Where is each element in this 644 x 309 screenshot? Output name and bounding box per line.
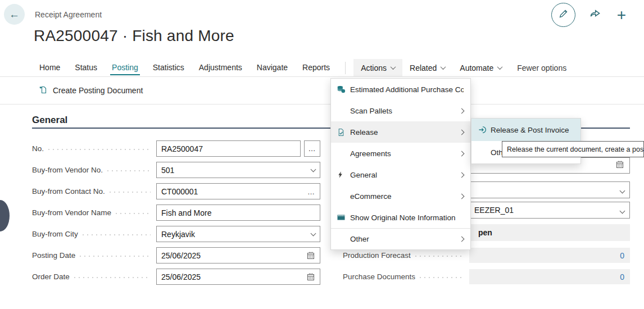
plus-icon: + — [617, 6, 626, 24]
tab-home[interactable]: Home — [38, 60, 62, 75]
chevron-down-icon — [391, 64, 396, 70]
no-input[interactable] — [156, 140, 301, 157]
posting-date-label: Posting Date — [32, 251, 75, 260]
status-value: pen — [478, 228, 492, 237]
menu-item-estimated-additional-purchase-cost[interactable]: Estimated Additional Purchase Cost — [331, 79, 470, 100]
dotted-leader — [107, 170, 151, 171]
combobox-chevron[interactable] — [311, 169, 315, 171]
order-date-input[interactable] — [156, 269, 320, 285]
menu-item-show-original-note-information[interactable]: Show Original Note Information — [331, 207, 470, 228]
coins-icon — [337, 85, 350, 94]
field-row-order-date: Order Date — [32, 269, 320, 285]
purchase-documents-value[interactable]: 0 — [620, 272, 624, 281]
chevron-right-icon — [459, 237, 465, 242]
submenu-item-label: Release & Post Invoice — [491, 126, 575, 134]
release-post-icon — [478, 125, 491, 134]
menu-item-other[interactable]: Other — [331, 228, 470, 249]
tabbar-separator — [345, 62, 346, 74]
calendar-icon[interactable] — [306, 251, 315, 260]
field-row-buy-from-contact-no: Buy-from Contact No. … — [32, 183, 320, 199]
menu-item-label: General — [350, 171, 460, 179]
menu-item-scan-pallets[interactable]: Scan Pallets — [331, 100, 470, 121]
assist-edit-button[interactable]: … — [304, 140, 320, 157]
dotted-leader — [420, 277, 464, 278]
buy-from-city-input[interactable] — [156, 226, 320, 242]
menu-item-release[interactable]: Release — [331, 121, 470, 143]
fewer-options-button[interactable]: Fewer options — [517, 63, 566, 72]
dotted-leader — [415, 256, 464, 257]
tooltip-text: Release the current document, create a p… — [507, 146, 644, 153]
purchase-documents-label: Purchase Documents — [343, 272, 415, 281]
menu-item-label: Estimated Additional Purchase Cost — [350, 85, 464, 94]
buy-from-city-label: Buy-from City — [32, 230, 78, 238]
menu-item-label: eCommerce — [350, 192, 460, 201]
buy-from-vendor-no-label: Buy-from Vendor No. — [32, 166, 103, 174]
tab-reports[interactable]: Reports — [301, 60, 332, 75]
new-button[interactable]: + — [615, 7, 628, 23]
posting-date-input[interactable] — [156, 247, 320, 263]
actions-menu-button[interactable]: Actions — [353, 59, 402, 76]
order-date-label: Order Date — [32, 272, 70, 281]
chevron-right-icon — [459, 172, 465, 178]
menu-item-label: Other — [350, 235, 460, 243]
field-row-no: No. … — [32, 140, 320, 157]
menu-item-label: Show Original Note Information — [350, 213, 464, 222]
calendar-icon[interactable] — [306, 272, 315, 281]
share-button[interactable] — [589, 8, 601, 22]
chevron-right-icon — [459, 129, 465, 135]
chevron-right-icon — [459, 151, 465, 156]
document-check-icon — [337, 128, 350, 137]
dotted-leader — [116, 213, 151, 214]
buy-from-vendor-name-label: Buy-from Vendor Name — [32, 208, 111, 217]
menu-item-general[interactable]: General — [331, 164, 470, 185]
freezer-dropdown-field[interactable]: EEZER_01 — [469, 202, 630, 219]
side-drawer-handle[interactable] — [0, 200, 10, 231]
combobox-chevron[interactable] — [620, 205, 624, 215]
automate-menu-button[interactable]: Automate — [452, 59, 509, 76]
general-section-title: General — [32, 115, 67, 126]
buy-from-vendor-no-input[interactable] — [156, 162, 320, 178]
menu-item-ecommerce[interactable]: eCommerce — [331, 185, 470, 207]
field-row-buy-from-vendor-name: Buy-from Vendor Name — [32, 205, 320, 221]
assist-edit-ellipsis[interactable]: … — [307, 187, 315, 196]
dotted-leader — [110, 192, 151, 193]
tab-bar: Home Status Posting Statistics Adjustmen… — [32, 59, 644, 76]
page-caption: Receipt Agreement — [35, 10, 102, 19]
share-icon — [589, 12, 601, 22]
related-menu-button[interactable]: Related — [402, 59, 452, 76]
create-posting-document-label: Create Posting Document — [53, 86, 143, 95]
dotted-leader — [80, 256, 151, 257]
chevron-down-icon — [620, 188, 625, 194]
page-title: RA2500047 · Fish and More — [34, 27, 234, 45]
menu-item-agreements[interactable]: Agreements — [331, 143, 470, 164]
filmstrip-icon — [337, 213, 350, 222]
purchase-documents-value-field[interactable]: 0 — [469, 269, 630, 284]
combobox-chevron[interactable] — [620, 185, 624, 195]
production-forecast-value-field[interactable]: 0 — [469, 248, 630, 263]
chevron-right-icon — [459, 193, 465, 199]
combobox-chevron[interactable] — [311, 233, 315, 235]
tab-navigate[interactable]: Navigate — [255, 60, 289, 75]
dotted-leader — [48, 149, 151, 150]
tab-status[interactable]: Status — [73, 60, 99, 75]
dotted-leader — [74, 277, 151, 278]
calendar-icon[interactable] — [615, 160, 624, 171]
production-forecast-value[interactable]: 0 — [620, 251, 624, 260]
buy-from-vendor-name-input[interactable] — [156, 205, 320, 221]
tab-adjustments[interactable]: Adjustments — [197, 60, 244, 75]
receipt-agreement-page: ← Receipt Agreement + RA2500047 · Fish a… — [0, 0, 644, 309]
buy-from-contact-no-input[interactable] — [156, 183, 320, 199]
submenu-item-release-and-post-invoice[interactable]: Release & Post Invoice — [471, 119, 580, 141]
menu-item-label: Release — [350, 128, 460, 137]
general-fields-left: No. … Buy-from Vendor No. Buy-from Conta… — [32, 140, 320, 290]
new-document-icon — [39, 85, 48, 96]
right-dropdown-field[interactable] — [469, 181, 630, 198]
back-button[interactable]: ← — [4, 4, 25, 25]
field-row-production-forecast: Production Forecast 0 — [343, 248, 630, 263]
tab-statistics[interactable]: Statistics — [151, 60, 186, 75]
edit-button[interactable] — [551, 3, 575, 27]
create-posting-document-button[interactable]: Create Posting Document — [32, 85, 149, 96]
chevron-down-icon — [441, 64, 446, 70]
related-menu-label: Related — [410, 63, 437, 72]
tab-posting[interactable]: Posting — [110, 60, 140, 75]
